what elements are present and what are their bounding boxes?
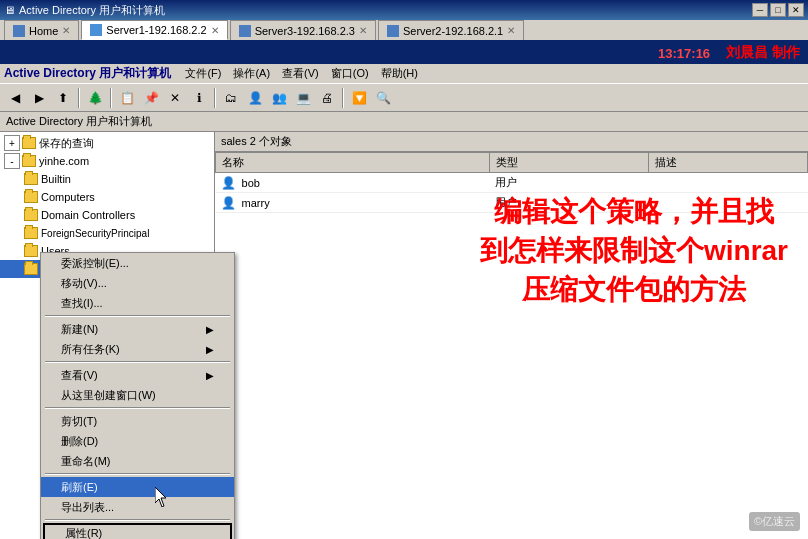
toolbar-delete[interactable]: ✕	[164, 87, 186, 109]
cell-name-marry: 👤 marry	[216, 193, 490, 213]
toolbar-new-computer[interactable]: 💻	[292, 87, 314, 109]
context-item-rename[interactable]: 重命名(M)	[41, 451, 234, 471]
table-row[interactable]: 👤 bob 用户	[216, 173, 808, 193]
tab-home[interactable]: Home ✕	[4, 20, 79, 40]
content-panel: sales 2 个对象 名称 类型 描述 👤 bob 用户	[215, 132, 808, 539]
context-item-export-label: 导出列表...	[61, 500, 114, 515]
tab-home-close[interactable]: ✕	[62, 25, 70, 36]
tab-server1-close[interactable]: ✕	[211, 25, 219, 36]
menu-help[interactable]: 帮助(H)	[375, 64, 424, 83]
toolbar-search[interactable]: 🔍	[372, 87, 394, 109]
menu-action[interactable]: 操作(A)	[227, 64, 276, 83]
context-item-new[interactable]: 新建(N) ▶	[41, 319, 234, 339]
context-item-cut[interactable]: 剪切(T)	[41, 411, 234, 431]
context-item-delete-label: 删除(D)	[61, 434, 98, 449]
overlay-line2: 到怎样来限制这个winrar	[480, 231, 788, 270]
menu-view[interactable]: 查看(V)	[276, 64, 325, 83]
tree-folder-saved-queries	[22, 137, 36, 149]
tab-bar: Home ✕ Server1-192.168.2.2 ✕ Server3-192…	[0, 20, 808, 42]
tree-label-yinhe: yinhe.com	[39, 155, 89, 167]
context-item-find[interactable]: 查找(I)...	[41, 293, 234, 313]
tree-item-computers[interactable]: Computers	[0, 188, 214, 206]
tree-item-fsp[interactable]: ForeignSecurityPrincipal	[0, 224, 214, 242]
top-bar-user: 刘晨昌 制作	[726, 44, 800, 62]
toolbar-new-printer[interactable]: 🖨	[316, 87, 338, 109]
cell-name-bob: 👤 bob	[216, 173, 490, 193]
top-bar-time: 13:17:16	[658, 46, 710, 61]
minimize-button[interactable]: ─	[752, 3, 768, 17]
context-item-all-tasks[interactable]: 所有任务(K) ▶	[41, 339, 234, 359]
tree-folder-yinhe	[22, 155, 36, 167]
toolbar-copy[interactable]: 📋	[116, 87, 138, 109]
tree-folder-dc	[24, 209, 38, 221]
tab-server3-close[interactable]: ✕	[359, 25, 367, 36]
context-sep1	[45, 315, 230, 317]
context-item-create-window[interactable]: 从这里创建窗口(W)	[41, 385, 234, 405]
context-sep2	[45, 361, 230, 363]
tree-expander-saved-queries[interactable]: +	[4, 135, 20, 151]
context-sep3	[45, 407, 230, 409]
context-item-export[interactable]: 导出列表...	[41, 497, 234, 517]
col-desc[interactable]: 描述	[648, 153, 807, 173]
tab-server2-label: Server2-192.168.2.1	[403, 25, 503, 37]
tree-folder-sales	[24, 263, 38, 275]
tab-server2-icon	[387, 25, 399, 37]
tab-server2-close[interactable]: ✕	[507, 25, 515, 36]
maximize-button[interactable]: □	[770, 3, 786, 17]
toolbar-new-ou[interactable]: 🗂	[220, 87, 242, 109]
table-row[interactable]: 👤 marry 用户	[216, 193, 808, 213]
tab-server3[interactable]: Server3-192.168.2.3 ✕	[230, 20, 376, 40]
tree-folder-fsp	[24, 227, 38, 239]
context-item-all-tasks-label: 所有任务(K)	[61, 342, 120, 357]
user-icon-marry: 👤	[222, 196, 236, 210]
tree-label-builtin: Builtin	[41, 173, 71, 185]
toolbar-sep3	[214, 88, 216, 108]
tree-item-dc[interactable]: Domain Controllers	[0, 206, 214, 224]
toolbar-show-tree[interactable]: 🌲	[84, 87, 106, 109]
toolbar-back[interactable]: ◀	[4, 87, 26, 109]
col-name[interactable]: 名称	[216, 153, 490, 173]
tree-item-saved-queries[interactable]: + 保存的查询	[0, 134, 214, 152]
tree-label-computers: Computers	[41, 191, 95, 203]
context-item-view[interactable]: 查看(V) ▶	[41, 365, 234, 385]
toolbar-paste[interactable]: 📌	[140, 87, 162, 109]
context-item-properties[interactable]: 属性(R)	[43, 523, 232, 539]
toolbar: ◀ ▶ ⬆ 🌲 📋 📌 ✕ ℹ 🗂 👤 👥 💻 🖨 🔽 🔍	[0, 84, 808, 112]
toolbar-new-user[interactable]: 👤	[244, 87, 266, 109]
menu-file[interactable]: 文件(F)	[179, 64, 227, 83]
title-bar-left: 🖥 Active Directory 用户和计算机	[4, 3, 165, 18]
context-item-find-label: 查找(I)...	[61, 296, 103, 311]
cell-desc-marry	[648, 193, 807, 213]
toolbar-forward[interactable]: ▶	[28, 87, 50, 109]
user-icon-bob: 👤	[222, 176, 236, 190]
toolbar-properties[interactable]: ℹ	[188, 87, 210, 109]
col-type[interactable]: 类型	[489, 153, 648, 173]
toolbar-filter[interactable]: 🔽	[348, 87, 370, 109]
tab-server3-label: Server3-192.168.2.3	[255, 25, 355, 37]
toolbar-up[interactable]: ⬆	[52, 87, 74, 109]
context-item-view-label: 查看(V)	[61, 368, 98, 383]
context-sep5	[45, 519, 230, 521]
tab-home-label: Home	[29, 25, 58, 37]
tab-server2[interactable]: Server2-192.168.2.1 ✕	[378, 20, 524, 40]
context-item-move[interactable]: 移动(V)...	[41, 273, 234, 293]
tab-server1[interactable]: Server1-192.168.2.2 ✕	[81, 20, 227, 40]
close-button[interactable]: ✕	[788, 3, 804, 17]
context-item-delegate[interactable]: 委派控制(E)...	[41, 253, 234, 273]
tree-expander-yinhe[interactable]: -	[4, 153, 20, 169]
tree-folder-computers	[24, 191, 38, 203]
top-bar: 13:17:16 刘晨昌 制作	[0, 42, 808, 64]
content-header-text: sales 2 个对象	[221, 134, 292, 149]
context-item-refresh-label: 刷新(E)	[61, 480, 98, 495]
context-item-delegate-label: 委派控制(E)...	[61, 256, 129, 271]
tree-item-builtin[interactable]: Builtin	[0, 170, 214, 188]
tree-item-yinhe[interactable]: - yinhe.com	[0, 152, 214, 170]
context-item-refresh[interactable]: 刷新(E)	[41, 477, 234, 497]
tab-server3-icon	[239, 25, 251, 37]
context-item-create-window-label: 从这里创建窗口(W)	[61, 388, 156, 403]
toolbar-sep4	[342, 88, 344, 108]
context-item-delete[interactable]: 删除(D)	[41, 431, 234, 451]
content-header: sales 2 个对象	[215, 132, 808, 152]
toolbar-new-group[interactable]: 👥	[268, 87, 290, 109]
menu-window[interactable]: 窗口(O)	[325, 64, 375, 83]
